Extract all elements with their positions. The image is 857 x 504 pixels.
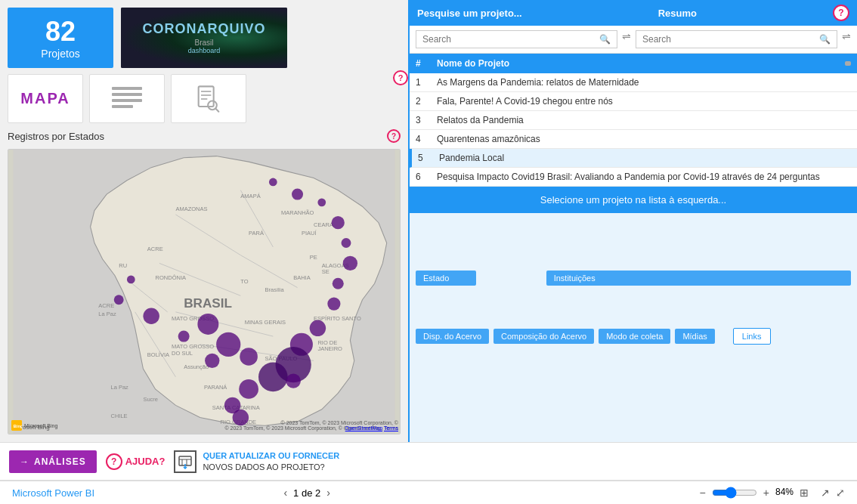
links-tag: Links xyxy=(733,328,771,345)
table-row[interactable]: 5 Pandemia Local xyxy=(410,149,857,168)
svg-text:DO SUL: DO SUL xyxy=(172,350,193,357)
list-icon-card[interactable] xyxy=(89,74,165,123)
svg-text:RONDÔNIA: RONDÔNIA xyxy=(156,274,187,281)
svg-text:La Paz: La Paz xyxy=(110,384,128,391)
zoom-out-button[interactable]: − xyxy=(700,487,706,499)
composicao-tag: Composição do Acervo xyxy=(493,329,594,344)
svg-text:RU: RU xyxy=(119,262,127,269)
row-num: 6 xyxy=(416,172,431,182)
row-name: Quarentenas amazônicas xyxy=(437,134,851,144)
table-row[interactable]: 6 Pesquisa Impacto Covid19 Brasil: Avali… xyxy=(410,168,857,187)
svg-rect-1 xyxy=(112,93,142,96)
estado-row: Estado Instituições xyxy=(416,271,851,286)
bing-logo: Bing xyxy=(11,420,22,431)
svg-text:CHILE: CHILE xyxy=(110,413,127,419)
row-name: Fala, Parente! A Covid-19 chegou entre n… xyxy=(437,96,851,107)
update-line1: QUER ATUALIZAR OU FORNECER xyxy=(203,451,339,460)
table-row[interactable]: 2 Fala, Parente! A Covid-19 chegou entre… xyxy=(410,92,857,111)
svg-rect-2 xyxy=(112,99,142,102)
brazil-map-svg: BRASIL AMAPÁ AMAZONAS MARANHÃO CEARÁ PAR… xyxy=(8,150,400,434)
corona-subtitle: Brasil xyxy=(142,39,265,47)
svg-point-74 xyxy=(143,308,159,323)
svg-point-64 xyxy=(327,298,340,311)
table-row[interactable]: 1 As Margens da Pandemia: relatos de Mat… xyxy=(410,73,857,92)
map-bing-label: Microsoft Bing xyxy=(24,423,57,428)
svg-text:BAHIA: BAHIA xyxy=(293,274,311,281)
table-row[interactable]: 4 Quarentenas amazônicas xyxy=(410,130,857,149)
svg-point-80 xyxy=(233,410,249,425)
svg-point-73 xyxy=(178,331,190,342)
search-doc-icon-card[interactable] xyxy=(171,74,246,123)
pagination-bar: Microsoft Power BI ‹ 1 de 2 › − + 84% ⊞ … xyxy=(0,480,857,504)
right-panel: Pesquise um projeto... Resumo ? 🔍 ⇌ 🔍 ⇌ xyxy=(408,0,857,442)
row-num: 3 xyxy=(416,115,431,125)
search-row: 🔍 ⇌ 🔍 ⇌ xyxy=(410,26,857,54)
svg-point-62 xyxy=(343,256,357,271)
registros-help-button[interactable]: ? xyxy=(387,129,401,143)
mapa-button[interactable]: MAPA xyxy=(8,74,83,123)
project-detail: Selecione um projeto na lista à esquerda… xyxy=(410,187,857,442)
help-label: AJUDA? xyxy=(125,456,166,467)
analyses-button[interactable]: → ANÁLISES xyxy=(9,450,97,473)
zoom-slider[interactable] xyxy=(712,487,757,499)
fit-page-button[interactable]: ⊞ xyxy=(800,487,809,499)
svg-point-65 xyxy=(310,320,326,336)
search-doc-icon xyxy=(190,84,227,114)
right-help-button[interactable]: ? xyxy=(833,5,849,21)
resume-search-input[interactable] xyxy=(642,34,815,45)
search-section-title: Pesquise um projeto... xyxy=(417,8,522,19)
prev-page-button[interactable]: ‹ xyxy=(283,487,287,499)
update-button[interactable]: QUER ATUALIZAR OU FORNECER NOVOS DADOS A… xyxy=(174,450,339,473)
disp-acervo-tag: Disp. do Acervo xyxy=(416,329,489,344)
svg-text:Sucre: Sucre xyxy=(143,396,158,403)
search-icon-right: 🔍 xyxy=(819,34,831,45)
help-icon: ? xyxy=(106,453,122,470)
svg-point-78 xyxy=(216,332,240,357)
svg-text:PARANÁ: PARANÁ xyxy=(204,384,227,391)
zoom-level: 84% xyxy=(775,487,794,499)
svg-text:MARANHÃO: MARANHÃO xyxy=(281,209,314,216)
svg-text:MINAS GERAIS: MINAS GERAIS xyxy=(245,319,286,326)
svg-text:BRASIL: BRASIL xyxy=(184,295,232,311)
filter-icon-right[interactable]: ⇌ xyxy=(842,30,851,48)
svg-text:TO: TO xyxy=(240,278,248,285)
svg-point-68 xyxy=(258,362,288,391)
midias-tag: Mídias xyxy=(675,329,714,344)
svg-text:ESPÍRITO SANTO: ESPÍRITO SANTO xyxy=(314,315,361,322)
help-button[interactable]: ? AJUDA? xyxy=(106,453,166,470)
share-button[interactable]: ↗ xyxy=(821,487,830,499)
detail-grid: Estado Instituições Disp. do Acervo Comp… xyxy=(410,213,857,442)
project-search-box[interactable]: 🔍 xyxy=(416,30,617,48)
icons-help-button[interactable]: ? xyxy=(393,70,408,85)
svg-text:PARAGUAI: PARAGUAI xyxy=(184,432,212,434)
scroll-indicator[interactable] xyxy=(845,61,851,66)
svg-point-79 xyxy=(240,348,258,366)
svg-text:ACRE: ACRE xyxy=(147,246,163,252)
row-num: 2 xyxy=(416,96,431,107)
update-icon xyxy=(174,450,196,473)
page-info: 1 de 2 xyxy=(293,487,320,499)
svg-point-76 xyxy=(127,276,135,284)
pbi-link[interactable]: Microsoft Power BI xyxy=(12,487,94,499)
zoom-in-button[interactable]: + xyxy=(763,487,769,499)
table-row[interactable]: 3 Relatos da Pandemia xyxy=(410,111,857,130)
left-panel: 82 Projetos CORONARQUIVO Brasil dashboar… xyxy=(0,0,408,442)
registros-label: Registros por Estados xyxy=(8,131,104,142)
svg-point-69 xyxy=(239,379,258,399)
svg-rect-0 xyxy=(112,87,142,90)
next-page-button[interactable]: › xyxy=(326,487,330,499)
svg-rect-3 xyxy=(112,105,133,108)
table-header: # Nome do Projeto xyxy=(410,54,857,73)
fullscreen-button[interactable]: ⤢ xyxy=(836,487,845,499)
svg-text:Brasília: Brasília xyxy=(265,286,285,293)
estado-tag: Estado xyxy=(416,271,476,286)
filter-icon-left[interactable]: ⇌ xyxy=(622,30,631,48)
svg-text:AMAPÁ: AMAPÁ xyxy=(240,193,260,199)
col-name-header: Nome do Projeto xyxy=(437,58,839,69)
update-line2: NOVOS DADOS AO PROJETO? xyxy=(203,462,339,472)
arrow-icon: → xyxy=(20,456,29,467)
project-search-input[interactable] xyxy=(422,34,595,45)
svg-point-75 xyxy=(114,295,124,305)
svg-point-63 xyxy=(333,278,344,289)
resume-search-box[interactable]: 🔍 xyxy=(636,30,837,48)
